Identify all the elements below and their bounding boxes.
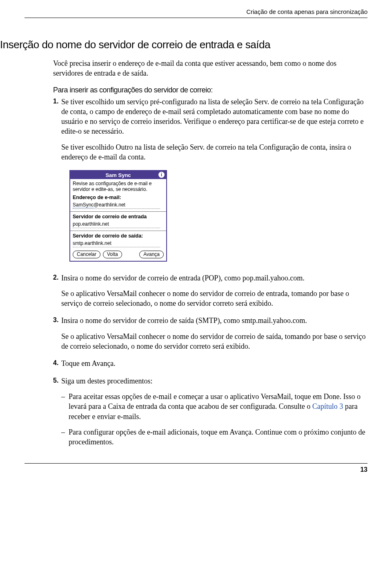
- step-text: Siga um destes procedimentos:: [61, 377, 152, 385]
- palm-device-screenshot: Sam Sync i Revise as configurações de e-…: [69, 170, 167, 261]
- info-icon[interactable]: i: [158, 172, 165, 178]
- step-3: 3. Insira o nome do servidor de correio …: [53, 316, 368, 351]
- email-label: Endereço de e-mail:: [73, 194, 164, 201]
- running-header: Criação de conta apenas para sincronizaç…: [24, 8, 368, 18]
- step-paragraph: Se o aplicativo VersaMail conhecer o nom…: [61, 289, 368, 309]
- chapter-3-link[interactable]: Capítulo 3: [312, 402, 343, 410]
- palm-title-text: Sam Sync: [105, 172, 131, 179]
- back-button[interactable]: Volta: [103, 251, 122, 258]
- page-number: 13: [24, 463, 368, 473]
- sub-option-1: Para aceitar essas opções de e-mail e co…: [61, 392, 368, 421]
- incoming-server-field[interactable]: pop.earthlink.net: [73, 221, 160, 228]
- palm-instruction: Revise as configurações de e-mail e serv…: [73, 181, 164, 193]
- step-number: 2.: [53, 273, 58, 282]
- next-button[interactable]: Avança: [139, 251, 164, 258]
- step-paragraph: Se tiver escolhido Outro na lista de sel…: [61, 142, 368, 162]
- step-1: 1. Se tiver escolhido um serviço pré-con…: [53, 97, 368, 262]
- intro-paragraph: Você precisa inserir o endereço de e-mai…: [53, 58, 368, 78]
- step-text: Se tiver escolhido um serviço pré-config…: [61, 98, 364, 136]
- steps-list: 1. Se tiver escolhido um serviço pré-con…: [53, 97, 368, 447]
- divider: [70, 231, 166, 231]
- step-number: 3.: [53, 316, 58, 325]
- step-number: 1.: [53, 97, 58, 106]
- step-paragraph: Se o aplicativo VersaMail conhecer o nom…: [61, 332, 368, 352]
- sub-option-2: Para configurar opções de e-mail adicion…: [61, 427, 368, 447]
- step-number: 4.: [53, 359, 58, 368]
- palm-titlebar: Sam Sync i: [70, 171, 166, 179]
- section-title: Inserção do nome do servidor de correio …: [0, 38, 368, 51]
- procedure-subhead: Para inserir as configurações do servido…: [53, 86, 368, 94]
- outgoing-server-field[interactable]: smtp.earthlink.net: [73, 240, 160, 247]
- email-domain-part: @earthlink.net: [94, 202, 125, 208]
- step-text: Insira o nome do servidor de correio de …: [61, 316, 307, 325]
- cancel-button[interactable]: Cancelar: [73, 251, 100, 258]
- sub-options: Para aceitar essas opções de e-mail e co…: [61, 392, 368, 447]
- email-user-part: SamSync: [73, 202, 94, 208]
- outgoing-label: Servidor de correio de saída:: [73, 233, 164, 240]
- step-number: 5.: [53, 376, 58, 385]
- step-2: 2. Insira o nome do servidor de correio …: [53, 273, 368, 309]
- step-4: 4. Toque em Avança.: [53, 359, 368, 368]
- divider: [70, 211, 166, 212]
- step-text: Toque em Avança.: [61, 359, 116, 368]
- email-field[interactable]: SamSync@earthlink.net: [73, 202, 160, 209]
- incoming-label: Servidor de correio de entrada: [73, 213, 164, 220]
- step-text: Insira o nome do servidor de correio de …: [61, 274, 305, 282]
- step-5: 5. Siga um destes procedimentos: Para ac…: [53, 376, 368, 447]
